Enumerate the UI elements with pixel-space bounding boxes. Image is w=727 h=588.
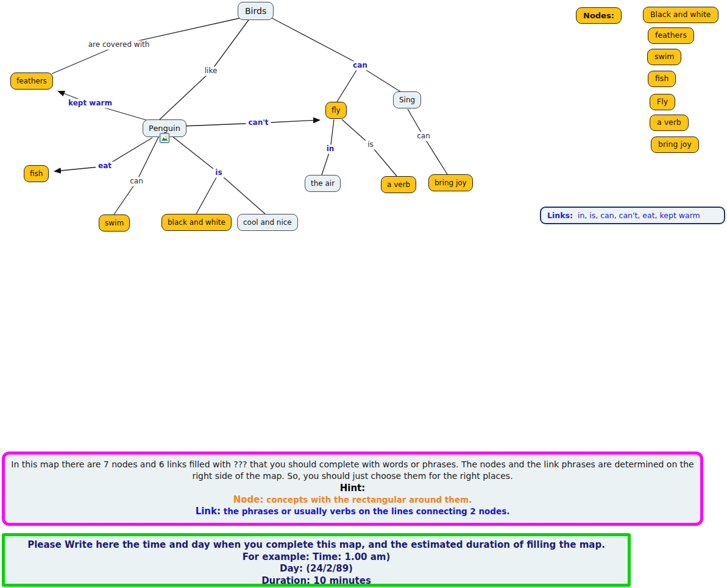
map-node-birds[interactable]: Birds — [238, 2, 274, 20]
hint-title: Hint: — [11, 482, 694, 494]
map-node-black-and-white[interactable]: black and white — [161, 214, 232, 231]
edge-can-sing — [363, 68, 401, 92]
map-node-bring-joy[interactable]: bring joy — [428, 174, 473, 191]
palette-item-swim[interactable]: swim — [647, 49, 681, 65]
edge-birds-can — [269, 16, 360, 65]
node-hint-label: Node: — [233, 494, 264, 505]
map-node-a-verb[interactable]: a verb — [381, 176, 416, 193]
concept-map-canvas: Birds feathers Penguin fly Sing fish swi… — [0, 0, 727, 588]
map-node-fish[interactable]: fish — [24, 165, 49, 182]
map-node-sing[interactable]: Sing — [393, 91, 421, 108]
edge-penguin-swim — [114, 137, 158, 214]
node-hint: Node: concepts with the rectangular arou… — [11, 494, 694, 506]
palette-item-fly[interactable]: Fly — [650, 94, 675, 110]
palette-item-black-and-white[interactable]: Black and white — [643, 7, 718, 23]
map-node-penguin-label: Penguin — [149, 124, 180, 133]
edge-label-cant[interactable]: can't — [246, 118, 271, 127]
edge-penguin-is — [172, 136, 219, 173]
edge-label-can-sing[interactable]: can — [414, 132, 433, 141]
time-day-entry-box[interactable]: Please Write here the time and day when … — [2, 533, 631, 587]
link-hint-label: Link: — [196, 506, 221, 517]
map-node-feathers[interactable]: feathers — [10, 73, 53, 90]
edge-label-can-birds[interactable]: can — [350, 61, 370, 70]
edge-label-is-penguin[interactable]: is — [213, 168, 224, 177]
links-list-box[interactable]: Links: in, is, can, can't, eat, kept war… — [540, 207, 725, 224]
footer-line-2: For example: Time: 1.00 am) — [12, 551, 620, 564]
palette-header-nodes: Nodes: — [576, 7, 622, 24]
edge-label-are-covered-with[interactable]: are covered with — [86, 40, 152, 49]
edge-is-blackandwhite — [196, 173, 219, 214]
palette-item-bring-joy[interactable]: bring joy — [651, 136, 699, 153]
edge-label-can-swim[interactable]: can — [127, 177, 146, 186]
node-hint-text: concepts with the rectangular around the… — [263, 495, 472, 505]
edge-label-eat[interactable]: eat — [96, 161, 114, 171]
palette-item-fish[interactable]: fish — [648, 71, 676, 87]
edge-label-is-fly[interactable]: is — [365, 140, 376, 149]
instructions-box: In this map there are 7 nodes and 6 link… — [2, 452, 703, 526]
palette-item-feathers[interactable]: feathers — [648, 27, 694, 44]
link-hint-text: the phrases or usually verbs on the line… — [221, 506, 509, 516]
map-node-penguin[interactable]: Penguin — [143, 119, 186, 137]
edge-label-like[interactable]: like — [202, 66, 220, 76]
links-list-header: Links: — [547, 211, 573, 220]
edge-sing-bringjoy — [408, 109, 447, 174]
edge-label-kept-warm[interactable]: kept warm — [66, 99, 115, 108]
map-node-fly[interactable]: fly — [325, 102, 347, 119]
map-node-swim[interactable]: swim — [99, 214, 130, 232]
picture-resource-glyph — [161, 135, 168, 141]
map-node-the-air[interactable]: the air — [305, 175, 341, 192]
picture-resource-icon[interactable] — [159, 133, 169, 143]
edge-is-coolandnice — [219, 173, 265, 214]
map-node-cool-and-nice[interactable]: cool and nice — [237, 214, 298, 231]
palette-item-a-verb[interactable]: a verb — [650, 115, 689, 131]
footer-line-4: Duration: 10 minutes — [12, 575, 620, 587]
footer-line-3: Day: (24/2/89) — [12, 563, 620, 575]
edge-label-in[interactable]: in — [324, 144, 337, 154]
links-list-items: in, is, can, can't, eat, kept warm — [578, 211, 700, 220]
edge-can-fly — [337, 68, 358, 102]
footer-line-1: Please Write here the time and day when … — [12, 539, 620, 551]
link-hint: Link: the phrases or usually verbs on th… — [11, 506, 694, 517]
instructions-paragraph: In this map there are 7 nodes and 6 link… — [11, 459, 694, 482]
